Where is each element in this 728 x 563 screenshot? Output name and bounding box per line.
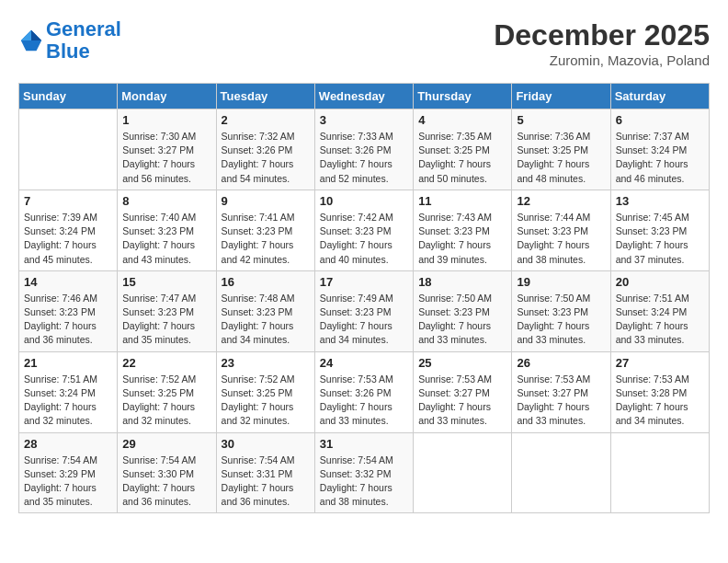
day-info: Sunrise: 7:50 AMSunset: 3:23 PMDaylight:… <box>517 292 605 348</box>
location-subtitle: Zuromin, Mazovia, Poland <box>494 52 710 68</box>
day-info: Sunrise: 7:37 AMSunset: 3:24 PMDaylight:… <box>616 130 704 186</box>
day-number: 3 <box>320 113 408 127</box>
month-title: December 2025 <box>494 18 710 52</box>
calendar-cell <box>414 432 512 513</box>
day-info: Sunrise: 7:54 AMSunset: 3:31 PMDaylight:… <box>222 454 310 510</box>
day-number: 2 <box>222 113 310 127</box>
logo-icon <box>18 28 44 53</box>
calendar-cell: 4Sunrise: 7:35 AMSunset: 3:25 PMDaylight… <box>414 109 512 190</box>
day-info: Sunrise: 7:35 AMSunset: 3:25 PMDaylight:… <box>418 130 506 186</box>
day-info: Sunrise: 7:36 AMSunset: 3:25 PMDaylight:… <box>517 130 605 186</box>
logo-line1: General <box>46 17 121 40</box>
svg-marker-1 <box>31 30 41 40</box>
calendar-cell: 14Sunrise: 7:46 AMSunset: 3:23 PMDayligh… <box>19 270 118 351</box>
day-number: 27 <box>616 356 704 370</box>
header-thursday: Thursday <box>414 84 512 109</box>
day-info: Sunrise: 7:44 AMSunset: 3:23 PMDaylight:… <box>517 211 605 267</box>
header-wednesday: Wednesday <box>314 84 413 109</box>
calendar-week-3: 21Sunrise: 7:51 AMSunset: 3:24 PMDayligh… <box>19 351 710 432</box>
calendar-cell: 16Sunrise: 7:48 AMSunset: 3:23 PMDayligh… <box>216 270 314 351</box>
calendar-cell: 17Sunrise: 7:49 AMSunset: 3:23 PMDayligh… <box>314 270 413 351</box>
calendar-cell: 30Sunrise: 7:54 AMSunset: 3:31 PMDayligh… <box>216 432 314 513</box>
day-info: Sunrise: 7:54 AMSunset: 3:32 PMDaylight:… <box>320 454 408 510</box>
header-tuesday: Tuesday <box>216 84 314 109</box>
day-info: Sunrise: 7:43 AMSunset: 3:23 PMDaylight:… <box>418 211 506 267</box>
logo: General Blue <box>18 18 121 63</box>
day-number: 16 <box>222 275 310 289</box>
logo-text: General Blue <box>46 18 121 63</box>
day-number: 1 <box>122 113 210 127</box>
calendar-cell: 7Sunrise: 7:39 AMSunset: 3:24 PMDaylight… <box>19 190 118 270</box>
calendar-cell: 25Sunrise: 7:53 AMSunset: 3:27 PMDayligh… <box>414 351 512 432</box>
calendar-week-4: 28Sunrise: 7:54 AMSunset: 3:29 PMDayligh… <box>19 432 710 513</box>
calendar-cell: 28Sunrise: 7:54 AMSunset: 3:29 PMDayligh… <box>19 432 118 513</box>
day-number: 6 <box>616 113 704 127</box>
day-number: 11 <box>418 194 506 208</box>
calendar-cell: 8Sunrise: 7:40 AMSunset: 3:23 PMDaylight… <box>118 190 216 270</box>
day-number: 28 <box>24 437 112 451</box>
day-number: 22 <box>122 356 210 370</box>
day-number: 5 <box>517 113 605 127</box>
day-info: Sunrise: 7:32 AMSunset: 3:26 PMDaylight:… <box>222 130 310 186</box>
day-info: Sunrise: 7:46 AMSunset: 3:23 PMDaylight:… <box>24 292 112 348</box>
calendar-cell: 13Sunrise: 7:45 AMSunset: 3:23 PMDayligh… <box>610 190 709 270</box>
day-number: 10 <box>320 194 408 208</box>
calendar-cell <box>19 109 118 190</box>
header-friday: Friday <box>512 84 610 109</box>
day-info: Sunrise: 7:54 AMSunset: 3:30 PMDaylight:… <box>122 454 210 510</box>
day-number: 8 <box>122 194 210 208</box>
calendar-cell: 19Sunrise: 7:50 AMSunset: 3:23 PMDayligh… <box>512 270 610 351</box>
header-saturday: Saturday <box>610 84 709 109</box>
day-info: Sunrise: 7:41 AMSunset: 3:23 PMDaylight:… <box>222 211 310 267</box>
day-info: Sunrise: 7:53 AMSunset: 3:27 PMDaylight:… <box>418 373 506 429</box>
calendar-cell: 2Sunrise: 7:32 AMSunset: 3:26 PMDaylight… <box>216 109 314 190</box>
calendar-cell: 15Sunrise: 7:47 AMSunset: 3:23 PMDayligh… <box>118 270 216 351</box>
calendar-cell: 11Sunrise: 7:43 AMSunset: 3:23 PMDayligh… <box>414 190 512 270</box>
day-info: Sunrise: 7:53 AMSunset: 3:28 PMDaylight:… <box>616 373 704 429</box>
day-info: Sunrise: 7:53 AMSunset: 3:26 PMDaylight:… <box>320 373 408 429</box>
day-info: Sunrise: 7:51 AMSunset: 3:24 PMDaylight:… <box>24 373 112 429</box>
calendar-cell: 21Sunrise: 7:51 AMSunset: 3:24 PMDayligh… <box>19 351 118 432</box>
logo-line2: Blue <box>46 40 90 63</box>
calendar-cell: 22Sunrise: 7:52 AMSunset: 3:25 PMDayligh… <box>118 351 216 432</box>
calendar-cell: 9Sunrise: 7:41 AMSunset: 3:23 PMDaylight… <box>216 190 314 270</box>
day-number: 9 <box>222 194 310 208</box>
calendar-cell: 26Sunrise: 7:53 AMSunset: 3:27 PMDayligh… <box>512 351 610 432</box>
day-number: 7 <box>24 194 112 208</box>
day-info: Sunrise: 7:40 AMSunset: 3:23 PMDaylight:… <box>122 211 210 267</box>
day-number: 23 <box>222 356 310 370</box>
day-info: Sunrise: 7:51 AMSunset: 3:24 PMDaylight:… <box>616 292 704 348</box>
day-number: 4 <box>418 113 506 127</box>
day-number: 26 <box>517 356 605 370</box>
day-info: Sunrise: 7:49 AMSunset: 3:23 PMDaylight:… <box>320 292 408 348</box>
calendar-header-row: SundayMondayTuesdayWednesdayThursdayFrid… <box>19 84 710 109</box>
calendar-cell: 31Sunrise: 7:54 AMSunset: 3:32 PMDayligh… <box>314 432 413 513</box>
calendar-table: SundayMondayTuesdayWednesdayThursdayFrid… <box>18 83 710 513</box>
page-header: General Blue December 2025 Zuromin, Mazo… <box>18 18 710 68</box>
day-info: Sunrise: 7:52 AMSunset: 3:25 PMDaylight:… <box>122 373 210 429</box>
day-info: Sunrise: 7:42 AMSunset: 3:23 PMDaylight:… <box>320 211 408 267</box>
day-number: 15 <box>122 275 210 289</box>
day-number: 31 <box>320 437 408 451</box>
calendar-cell: 23Sunrise: 7:52 AMSunset: 3:25 PMDayligh… <box>216 351 314 432</box>
calendar-cell: 3Sunrise: 7:33 AMSunset: 3:26 PMDaylight… <box>314 109 413 190</box>
day-info: Sunrise: 7:53 AMSunset: 3:27 PMDaylight:… <box>517 373 605 429</box>
day-number: 21 <box>24 356 112 370</box>
calendar-week-0: 1Sunrise: 7:30 AMSunset: 3:27 PMDaylight… <box>19 109 710 190</box>
day-info: Sunrise: 7:48 AMSunset: 3:23 PMDaylight:… <box>222 292 310 348</box>
day-info: Sunrise: 7:52 AMSunset: 3:25 PMDaylight:… <box>222 373 310 429</box>
calendar-cell: 1Sunrise: 7:30 AMSunset: 3:27 PMDaylight… <box>118 109 216 190</box>
header-monday: Monday <box>118 84 216 109</box>
day-info: Sunrise: 7:50 AMSunset: 3:23 PMDaylight:… <box>418 292 506 348</box>
day-number: 30 <box>222 437 310 451</box>
day-number: 24 <box>320 356 408 370</box>
day-number: 20 <box>616 275 704 289</box>
day-info: Sunrise: 7:45 AMSunset: 3:23 PMDaylight:… <box>616 211 704 267</box>
title-block: December 2025 Zuromin, Mazovia, Poland <box>494 18 710 68</box>
day-number: 18 <box>418 275 506 289</box>
day-number: 19 <box>517 275 605 289</box>
header-sunday: Sunday <box>19 84 118 109</box>
calendar-week-1: 7Sunrise: 7:39 AMSunset: 3:24 PMDaylight… <box>19 190 710 270</box>
calendar-cell: 12Sunrise: 7:44 AMSunset: 3:23 PMDayligh… <box>512 190 610 270</box>
day-number: 17 <box>320 275 408 289</box>
